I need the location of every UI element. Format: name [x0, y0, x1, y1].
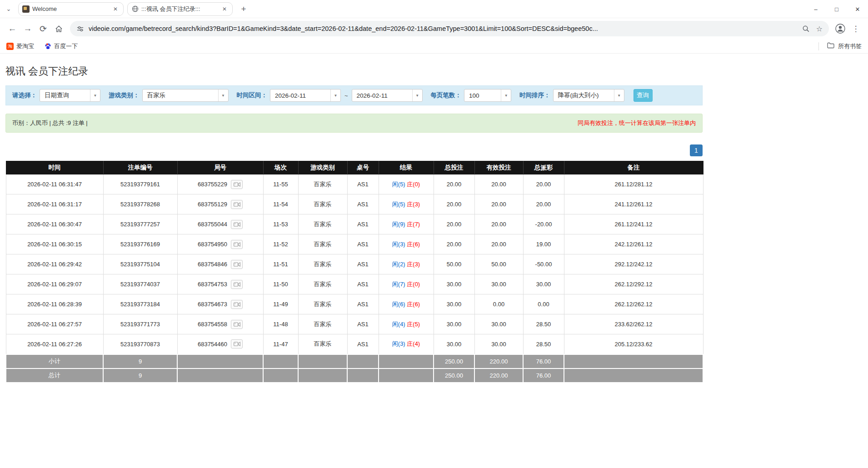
- url-text[interactable]: videoie.com/game/betrecord_search/kind3?…: [89, 25, 798, 32]
- new-tab-button[interactable]: +: [237, 3, 250, 15]
- bookmark-star-icon[interactable]: ☆: [816, 25, 823, 33]
- summary-cell: [347, 354, 379, 368]
- video-replay-button[interactable]: [231, 240, 243, 249]
- video-replay-button[interactable]: [231, 220, 243, 229]
- video-replay-button[interactable]: [231, 320, 243, 329]
- cell-total-bet-link[interactable]: 20.00: [434, 214, 474, 234]
- bet-records-table: 时间 注单编号 局号 场次 游戏类别 桌号 结果 总投注 有效投注 总派彩 备注…: [5, 161, 703, 383]
- cell-result: 闲(3) 庄(6): [379, 234, 434, 254]
- cell-time: 2026-02-11 06:27:57: [6, 314, 103, 334]
- video-replay-button[interactable]: [231, 200, 243, 209]
- search-button[interactable]: 查询: [634, 89, 653, 102]
- reload-button[interactable]: ⟳: [35, 21, 51, 36]
- cell-payout: 28.50: [523, 334, 564, 354]
- video-replay-button[interactable]: [231, 180, 243, 189]
- address-bar[interactable]: videoie.com/game/betrecord_search/kind3?…: [70, 21, 829, 36]
- summary-cell: [263, 368, 298, 383]
- video-replay-button[interactable]: [231, 300, 243, 309]
- sort-select[interactable]: 降幂(由大到小) ▼: [553, 89, 624, 102]
- round-id: 683754846: [198, 261, 227, 268]
- cell-total-bet-link[interactable]: 20.00: [434, 194, 474, 214]
- browser-tab-bet-records[interactable]: :::视讯 会员下注纪录::: ✕: [127, 2, 233, 16]
- col-header-valid-bet: 有效投注: [474, 161, 523, 174]
- per-page-select[interactable]: 100 ▼: [464, 89, 511, 102]
- result-player: 闲(4): [392, 321, 405, 328]
- home-button[interactable]: [51, 21, 66, 36]
- summary-cell: [298, 368, 347, 383]
- chevron-down-icon: ▼: [412, 90, 422, 101]
- cell-result: 闲(9) 庄(7): [379, 214, 434, 234]
- cell-valid-bet: 20.00: [474, 174, 523, 194]
- cell-bet-id: 523193771773: [103, 314, 177, 334]
- cell-bet-id: 523193774037: [103, 274, 177, 294]
- cell-payout: 30.00: [523, 274, 564, 294]
- pagination: 1: [5, 144, 703, 156]
- cell-time: 2026-02-11 06:31:17: [6, 194, 103, 214]
- summary-cell: [564, 354, 703, 368]
- cell-total-bet-link[interactable]: 30.00: [434, 274, 474, 294]
- query-type-select[interactable]: 日期查询 ▼: [40, 89, 100, 102]
- cell-total-bet-link[interactable]: 30.00: [434, 334, 474, 354]
- result-banker: 庄(0): [407, 181, 420, 188]
- forward-button[interactable]: →: [20, 21, 35, 36]
- site-settings-icon[interactable]: [76, 25, 84, 33]
- maximize-button[interactable]: □: [826, 0, 847, 18]
- date-end-select[interactable]: 2026-02-11 ▼: [352, 89, 423, 102]
- browser-tab-welcome[interactable]: Welcome ✕: [18, 2, 124, 16]
- query-type-label: 请选择：: [12, 91, 37, 100]
- tab-search-icon[interactable]: ⌄: [3, 3, 15, 15]
- video-camera-icon: [234, 202, 240, 207]
- summary-cell: [177, 368, 263, 383]
- table-header-row: 时间 注单编号 局号 场次 游戏类别 桌号 结果 总投注 有效投注 总派彩 备注: [6, 161, 703, 174]
- summary-cell: [177, 354, 263, 368]
- result-player: 闲(7): [392, 281, 405, 288]
- bookmark-baidu[interactable]: 百度一下: [44, 42, 78, 50]
- back-button[interactable]: ←: [5, 21, 20, 36]
- subtotal-row: 小计9250.00220.0076.00: [6, 354, 703, 368]
- sort-label: 时间排序：: [519, 91, 550, 100]
- video-replay-button[interactable]: [231, 260, 243, 269]
- close-button[interactable]: ✕: [847, 0, 868, 18]
- cell-total-bet-link[interactable]: 30.00: [434, 314, 474, 334]
- tab-close-icon[interactable]: ✕: [220, 5, 229, 13]
- cell-total-bet-link[interactable]: 20.00: [434, 174, 474, 194]
- bookmark-taobao[interactable]: 淘 爱淘宝: [6, 42, 34, 50]
- query-type-value: 日期查询: [40, 91, 90, 100]
- cell-round: 683755044: [177, 214, 263, 234]
- game-type-select[interactable]: 百家乐 ▼: [142, 89, 229, 102]
- cell-total-bet-link[interactable]: 20.00: [434, 234, 474, 254]
- chevron-down-icon: ▼: [90, 90, 100, 101]
- cell-result: 闲(7) 庄(0): [379, 274, 434, 294]
- cell-valid-bet: 30.00: [474, 314, 523, 334]
- summary-valid-bet: 220.00: [474, 368, 523, 383]
- cell-note: 262.12/292.12: [564, 274, 703, 294]
- col-header-total-bet: 总投注: [434, 161, 474, 174]
- welcome-tab-favicon: [22, 5, 30, 13]
- tab-close-icon[interactable]: ✕: [111, 5, 120, 13]
- video-replay-button[interactable]: [231, 339, 243, 349]
- date-range-label: 时间区间：: [237, 91, 268, 100]
- zoom-icon[interactable]: [802, 25, 810, 33]
- cell-total-bet-link[interactable]: 50.00: [434, 254, 474, 274]
- page-number-button[interactable]: 1: [690, 144, 703, 156]
- cell-note: 262.12/262.12: [564, 294, 703, 314]
- cell-total-bet-link[interactable]: 30.00: [434, 294, 474, 314]
- table-row: 2026-02-11 06:31:17523193778268683755129…: [6, 194, 703, 214]
- all-bookmarks-button[interactable]: 所有书签: [818, 42, 862, 50]
- taobao-icon: 淘: [6, 43, 14, 50]
- video-replay-button[interactable]: [231, 280, 243, 289]
- col-header-table-no: 桌号: [347, 161, 379, 174]
- cell-game-type: 百家乐: [298, 234, 347, 254]
- summary-payout: 76.00: [523, 368, 564, 383]
- result-banker: 庄(0): [407, 281, 420, 288]
- cell-table-no: AS1: [347, 294, 379, 314]
- minimize-button[interactable]: –: [805, 0, 826, 18]
- round-id: 683755044: [198, 221, 227, 228]
- date-start-select[interactable]: 2026-02-11 ▼: [270, 89, 341, 102]
- profile-icon[interactable]: [833, 21, 848, 36]
- browser-menu-icon[interactable]: ⋮: [848, 21, 863, 36]
- page-content: 视讯 会员下注纪录 请选择： 日期查询 ▼ 游戏类别： 百家乐 ▼ 时间区间： …: [0, 54, 868, 383]
- cell-round: 683754673: [177, 294, 263, 314]
- video-camera-icon: [234, 242, 240, 247]
- sort-value: 降幂(由大到小): [554, 91, 614, 100]
